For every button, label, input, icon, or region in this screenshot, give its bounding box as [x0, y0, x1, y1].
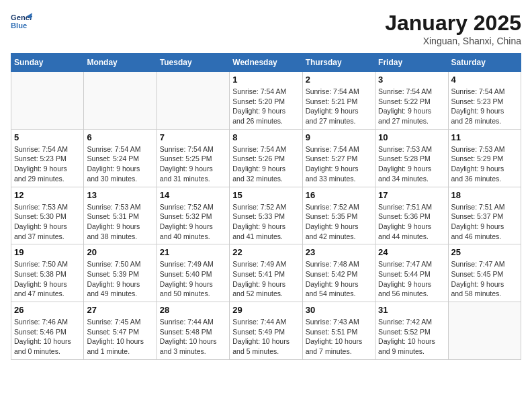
weekday-header-sunday: Sunday: [11, 54, 84, 72]
calendar-cell: 23Sunrise: 7:48 AM Sunset: 5:42 PM Dayli…: [302, 244, 375, 302]
day-info: Sunrise: 7:52 AM Sunset: 5:35 PM Dayligh…: [306, 202, 372, 242]
day-info: Sunrise: 7:53 AM Sunset: 5:28 PM Dayligh…: [378, 144, 445, 184]
day-info: Sunrise: 7:50 AM Sunset: 5:38 PM Dayligh…: [14, 259, 81, 299]
calendar-cell: 1Sunrise: 7:54 AM Sunset: 5:20 PM Daylig…: [230, 72, 302, 130]
day-number: 28: [160, 305, 226, 315]
calendar-cell: 5Sunrise: 7:54 AM Sunset: 5:23 PM Daylig…: [11, 129, 84, 187]
calendar-cell: 14Sunrise: 7:52 AM Sunset: 5:32 PM Dayli…: [157, 187, 229, 244]
calendar-cell: 25Sunrise: 7:47 AM Sunset: 5:45 PM Dayli…: [448, 244, 521, 302]
day-info: Sunrise: 7:54 AM Sunset: 5:25 PM Dayligh…: [160, 144, 226, 184]
day-number: 17: [378, 190, 445, 200]
calendar-cell: 6Sunrise: 7:54 AM Sunset: 5:24 PM Daylig…: [84, 129, 157, 187]
day-number: 8: [232, 132, 299, 142]
day-number: 22: [232, 247, 299, 257]
day-info: Sunrise: 7:44 AM Sunset: 5:49 PM Dayligh…: [232, 317, 299, 357]
day-number: 14: [160, 190, 226, 200]
calendar-cell: 9Sunrise: 7:54 AM Sunset: 5:27 PM Daylig…: [302, 129, 375, 187]
calendar-cell: 2Sunrise: 7:54 AM Sunset: 5:21 PM Daylig…: [302, 72, 375, 130]
day-number: 23: [306, 247, 372, 257]
day-number: 4: [451, 75, 518, 85]
day-number: 20: [87, 247, 153, 257]
svg-text:Blue: Blue: [11, 21, 27, 30]
day-info: Sunrise: 7:54 AM Sunset: 5:20 PM Dayligh…: [232, 87, 299, 126]
day-info: Sunrise: 7:51 AM Sunset: 5:36 PM Dayligh…: [378, 202, 445, 242]
day-number: 3: [378, 75, 445, 85]
day-number: 1: [232, 75, 299, 85]
day-number: 16: [306, 190, 372, 200]
weekday-header-tuesday: Tuesday: [157, 54, 229, 72]
calendar-cell: [84, 72, 157, 130]
day-number: 6: [87, 132, 153, 142]
weekday-header-thursday: Thursday: [302, 54, 375, 72]
day-number: 19: [14, 247, 81, 257]
day-info: Sunrise: 7:53 AM Sunset: 5:31 PM Dayligh…: [87, 202, 153, 242]
day-info: Sunrise: 7:54 AM Sunset: 5:22 PM Dayligh…: [378, 87, 445, 126]
calendar-cell: [448, 302, 521, 360]
weekday-header-friday: Friday: [375, 54, 448, 72]
day-info: Sunrise: 7:42 AM Sunset: 5:52 PM Dayligh…: [378, 317, 445, 357]
calendar-cell: 30Sunrise: 7:43 AM Sunset: 5:51 PM Dayli…: [302, 302, 375, 360]
calendar-cell: 22Sunrise: 7:49 AM Sunset: 5:41 PM Dayli…: [230, 244, 302, 302]
day-number: 25: [451, 247, 518, 257]
calendar-cell: 10Sunrise: 7:53 AM Sunset: 5:28 PM Dayli…: [375, 129, 448, 187]
calendar-cell: 24Sunrise: 7:47 AM Sunset: 5:44 PM Dayli…: [375, 244, 448, 302]
day-info: Sunrise: 7:54 AM Sunset: 5:23 PM Dayligh…: [14, 144, 81, 184]
calendar-cell: 29Sunrise: 7:44 AM Sunset: 5:49 PM Dayli…: [230, 302, 302, 360]
week-row-3: 12Sunrise: 7:53 AM Sunset: 5:30 PM Dayli…: [11, 187, 521, 244]
day-info: Sunrise: 7:46 AM Sunset: 5:46 PM Dayligh…: [14, 317, 81, 357]
weekday-header-saturday: Saturday: [448, 54, 521, 72]
location: Xinguan, Shanxi, China: [385, 36, 521, 46]
day-number: 21: [160, 247, 226, 257]
day-number: 15: [232, 190, 299, 200]
calendar-cell: 11Sunrise: 7:53 AM Sunset: 5:29 PM Dayli…: [448, 129, 521, 187]
day-number: 31: [378, 305, 445, 315]
calendar-cell: 15Sunrise: 7:52 AM Sunset: 5:33 PM Dayli…: [230, 187, 302, 244]
day-info: Sunrise: 7:44 AM Sunset: 5:48 PM Dayligh…: [160, 317, 226, 357]
calendar-cell: 28Sunrise: 7:44 AM Sunset: 5:48 PM Dayli…: [157, 302, 229, 360]
day-info: Sunrise: 7:47 AM Sunset: 5:44 PM Dayligh…: [378, 259, 445, 299]
calendar-cell: 17Sunrise: 7:51 AM Sunset: 5:36 PM Dayli…: [375, 187, 448, 244]
calendar-cell: 13Sunrise: 7:53 AM Sunset: 5:31 PM Dayli…: [84, 187, 157, 244]
calendar-cell: 26Sunrise: 7:46 AM Sunset: 5:46 PM Dayli…: [11, 302, 84, 360]
calendar-cell: 12Sunrise: 7:53 AM Sunset: 5:30 PM Dayli…: [11, 187, 84, 244]
day-info: Sunrise: 7:53 AM Sunset: 5:29 PM Dayligh…: [451, 144, 518, 184]
week-row-5: 26Sunrise: 7:46 AM Sunset: 5:46 PM Dayli…: [11, 302, 521, 360]
calendar-cell: 20Sunrise: 7:50 AM Sunset: 5:39 PM Dayli…: [84, 244, 157, 302]
logo-icon: General Blue: [11, 11, 32, 32]
day-info: Sunrise: 7:54 AM Sunset: 5:21 PM Dayligh…: [306, 87, 372, 126]
week-row-2: 5Sunrise: 7:54 AM Sunset: 5:23 PM Daylig…: [11, 129, 521, 187]
day-number: 7: [160, 132, 226, 142]
day-info: Sunrise: 7:49 AM Sunset: 5:40 PM Dayligh…: [160, 259, 226, 299]
day-number: 13: [87, 190, 153, 200]
day-number: 29: [232, 305, 299, 315]
calendar-cell: 19Sunrise: 7:50 AM Sunset: 5:38 PM Dayli…: [11, 244, 84, 302]
week-row-1: 1Sunrise: 7:54 AM Sunset: 5:20 PM Daylig…: [11, 72, 521, 130]
day-number: 27: [87, 305, 153, 315]
title-block: January 2025 Xinguan, Shanxi, China: [385, 11, 521, 46]
calendar-cell: 21Sunrise: 7:49 AM Sunset: 5:40 PM Dayli…: [157, 244, 229, 302]
page-header: General Blue January 2025 Xinguan, Shanx…: [11, 11, 521, 46]
day-info: Sunrise: 7:48 AM Sunset: 5:42 PM Dayligh…: [306, 259, 372, 299]
weekday-header-row: SundayMondayTuesdayWednesdayThursdayFrid…: [11, 54, 521, 72]
day-info: Sunrise: 7:53 AM Sunset: 5:30 PM Dayligh…: [14, 202, 81, 242]
calendar-cell: [11, 72, 84, 130]
day-info: Sunrise: 7:43 AM Sunset: 5:51 PM Dayligh…: [306, 317, 372, 357]
day-info: Sunrise: 7:45 AM Sunset: 5:47 PM Dayligh…: [87, 317, 153, 357]
calendar-cell: 16Sunrise: 7:52 AM Sunset: 5:35 PM Dayli…: [302, 187, 375, 244]
calendar-cell: 4Sunrise: 7:54 AM Sunset: 5:23 PM Daylig…: [448, 72, 521, 130]
day-info: Sunrise: 7:50 AM Sunset: 5:39 PM Dayligh…: [87, 259, 153, 299]
calendar-cell: 7Sunrise: 7:54 AM Sunset: 5:25 PM Daylig…: [157, 129, 229, 187]
weekday-header-wednesday: Wednesday: [230, 54, 302, 72]
day-number: 2: [306, 75, 372, 85]
calendar-cell: 8Sunrise: 7:54 AM Sunset: 5:26 PM Daylig…: [230, 129, 302, 187]
day-info: Sunrise: 7:54 AM Sunset: 5:27 PM Dayligh…: [306, 144, 372, 184]
calendar-cell: 31Sunrise: 7:42 AM Sunset: 5:52 PM Dayli…: [375, 302, 448, 360]
day-number: 12: [14, 190, 81, 200]
calendar-table: SundayMondayTuesdayWednesdayThursdayFrid…: [11, 53, 521, 360]
day-info: Sunrise: 7:54 AM Sunset: 5:24 PM Dayligh…: [87, 144, 153, 184]
day-info: Sunrise: 7:52 AM Sunset: 5:33 PM Dayligh…: [232, 202, 299, 242]
calendar-cell: 27Sunrise: 7:45 AM Sunset: 5:47 PM Dayli…: [84, 302, 157, 360]
day-number: 30: [306, 305, 372, 315]
day-number: 24: [378, 247, 445, 257]
day-number: 18: [451, 190, 518, 200]
